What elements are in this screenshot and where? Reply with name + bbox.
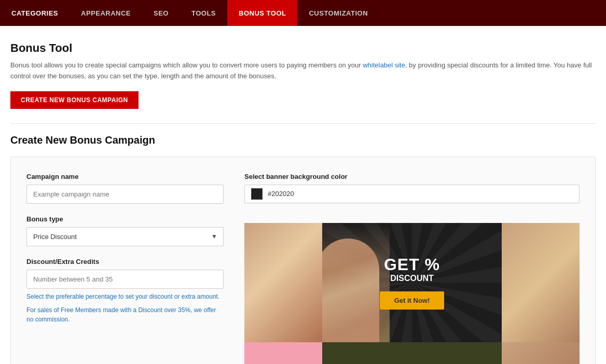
form-right: Select banner background color #202020 G… — [244, 173, 580, 364]
banner-text-area: GET % DISCOUNT Get it Now! — [380, 256, 445, 310]
helper-text-1: Select the preferable percentage to set … — [26, 292, 224, 301]
banner-color-label: Select banner background color — [244, 173, 580, 180]
banner-preview: GET % DISCOUNT Get it Now! — [244, 223, 580, 342]
banner-bottom-left — [244, 342, 322, 364]
banner-main-text: GET % — [380, 256, 445, 274]
color-input-wrapper[interactable]: #202020 — [244, 185, 580, 203]
nav-item-appearance[interactable]: APPEARANCE — [70, 0, 142, 26]
campaign-name-group: Campaign name — [26, 173, 224, 204]
banner-bottom-right — [502, 342, 580, 364]
banner-bottom-center — [322, 342, 502, 364]
banner-right-image — [502, 223, 580, 342]
campaign-name-input[interactable] — [26, 185, 224, 204]
create-bonus-campaign-button[interactable]: CREATE NEW BONUS CAMPAIGN — [10, 91, 139, 109]
banner-color-group: Select banner background color #202020 — [244, 173, 580, 203]
page-content: Bonus Tool Bonus tool allows you to crea… — [0, 26, 606, 364]
nav-item-categories[interactable]: CATEGORIES — [0, 0, 70, 26]
bonus-type-group: Bonus type Price Discount Extra Credits … — [26, 215, 224, 246]
banner-preview-container: GET % DISCOUNT Get it Now! — [244, 215, 580, 364]
bonus-type-label: Bonus type — [26, 215, 224, 223]
color-value: #202020 — [268, 190, 294, 198]
whitelabel-link[interactable]: whitelabel site — [363, 61, 405, 69]
discount-input[interactable] — [26, 270, 224, 289]
section-title: Create New Bonus Campaign — [10, 123, 596, 146]
bonus-type-select[interactable]: Price Discount Extra Credits Free Trial — [26, 227, 224, 246]
bonus-type-select-wrapper: Price Discount Extra Credits Free Trial … — [26, 227, 224, 246]
helper-text-2: For sales of Free Members made with a Di… — [26, 305, 224, 324]
form-area: Campaign name Bonus type Price Discount … — [10, 157, 596, 364]
discount-label: Discount/Extra Credits — [26, 258, 224, 265]
form-left: Campaign name Bonus type Price Discount … — [26, 173, 224, 364]
campaign-name-label: Campaign name — [26, 173, 224, 180]
nav-item-bonus-tool[interactable]: BONUS TOOL — [227, 0, 297, 26]
description-prefix: Bonus tool allows you to create special … — [10, 61, 363, 69]
navigation: CATEGORIESAPPEARANCESEOTOOLSBONUS TOOLCU… — [0, 0, 606, 26]
banner-bottom-row — [244, 342, 580, 364]
banner-cta-button[interactable]: Get it Now! — [380, 291, 445, 310]
banner-center: GET % DISCOUNT Get it Now! — [322, 223, 502, 342]
banner-left-image — [244, 223, 322, 342]
banner-sub-text: DISCOUNT — [380, 274, 445, 283]
color-swatch — [251, 188, 263, 200]
page-description: Bonus tool allows you to create special … — [10, 60, 596, 82]
discount-group: Discount/Extra Credits Select the prefer… — [26, 258, 224, 324]
nav-item-customization[interactable]: CUSTOMIZATION — [297, 0, 379, 26]
nav-item-seo[interactable]: SEO — [142, 0, 180, 26]
nav-item-tools[interactable]: TOOLS — [180, 0, 227, 26]
page-title: Bonus Tool — [10, 41, 596, 55]
